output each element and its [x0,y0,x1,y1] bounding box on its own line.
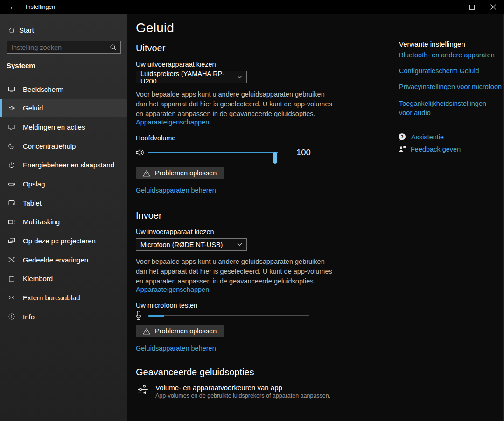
sidebar-item-meldingen[interactable]: Meldingen en acties [0,117,127,137]
sidebar-item-gedeelde-ervaringen[interactable]: Gedeelde ervaringen [0,250,127,269]
input-device-value: Microfoon (RØDE NT-USB) [140,241,223,248]
display-icon [8,85,15,93]
input-device-label: Uw invoerapparaat kiezen [136,228,214,235]
speaker-icon [135,147,145,158]
related-link-control-panel-sound[interactable]: Configuratiescherm Geluid [399,67,479,75]
volume-slider-row: 100 [135,146,331,159]
main-content: Geluid Uitvoer Uw uitvoerapparaat kiezen… [127,14,504,421]
sidebar-item-label: Multitasking [23,218,60,226]
output-device-value: Luidsprekers (YAMAHA RP-U200... [140,70,237,85]
sidebar-item-label: Beeldscherm [23,85,64,93]
volume-slider-fill [148,152,278,153]
related-link-bluetooth[interactable]: Bluetooth- en andere apparaten [399,51,495,59]
tablet-icon [8,199,15,207]
window-controls [440,0,504,14]
clipboard-icon [8,275,15,283]
multitasking-icon [8,218,15,226]
sidebar-item-label: Energiebeheer en slaapstand [23,161,114,169]
input-device-properties-link[interactable]: Apparaateigenschappen [136,286,209,293]
sidebar-item-label: Extern bureaublad [23,294,80,302]
sidebar-item-label: Opslag [23,180,45,188]
mic-test-meter [148,315,309,316]
volume-value: 100 [296,147,311,158]
focus-assist-icon [8,142,15,150]
sidebar-section-header: Systeem [7,62,35,69]
get-help-label: Assistentie [411,133,444,141]
volume-slider-thumb[interactable] [273,152,277,164]
home-icon [8,26,15,34]
sidebar-item-concentratiehulp[interactable]: Concentratiehulp [0,137,127,156]
output-device-properties-link[interactable]: Apparaateigenschappen [136,118,209,126]
sidebar-item-start[interactable]: Start [0,21,127,38]
output-manage-devices-link[interactable]: Geluidsapparaten beheren [136,186,216,194]
search-box[interactable] [7,41,121,54]
related-link-mic-privacy[interactable]: Privacyinstellingen voor microfoon [399,83,502,90]
related-link-ease-of-access-audio[interactable]: Toegankelijkheidsinstellingen voor audio [399,99,495,117]
search-input[interactable] [7,44,110,51]
input-manage-devices-link[interactable]: Geluidsapparaten beheren [136,345,216,352]
button-label: Problemen oplossen [155,169,217,177]
microphone-icon [135,311,142,321]
sidebar-item-info[interactable]: Info [0,307,127,326]
sidebar-item-label: Geluid [23,104,43,112]
close-icon [490,4,496,10]
app-volume-preferences-title: Volume- en apparaatvoorkeuren van app [155,384,330,392]
sidebar-item-projecteren[interactable]: Op deze pc projecteren [0,231,127,250]
get-help-link[interactable]: ? Assistentie [398,133,444,141]
mic-test-row [134,311,330,322]
sidebar-item-tablet[interactable]: Tablet [0,193,127,213]
chevron-down-icon [237,243,242,246]
give-feedback-link[interactable]: Feedback geven [399,145,461,153]
remote-desktop-icon [8,294,15,301]
input-section-heading: Invoer [136,210,162,221]
sidebar-item-multitasking[interactable]: Multitasking [0,212,127,231]
sidebar-item-label: Start [19,26,34,34]
mic-test-meter-fill [148,315,164,317]
project-icon [8,237,15,244]
storage-icon [8,180,15,188]
back-button[interactable]: ← [4,0,22,14]
output-troubleshoot-button[interactable]: Problemen oplossen [136,167,224,179]
sidebar-item-geluid[interactable]: Geluid [0,99,127,118]
info-icon [8,313,15,320]
svg-text:?: ? [401,134,404,139]
sidebar-item-label: Tablet [23,199,42,207]
sidebar-item-extern-bureaublad[interactable]: Extern bureaublad [0,288,127,307]
app-title: Instellingen [26,0,55,14]
sidebar-item-energiebeheer[interactable]: Energiebeheer en slaapstand [0,156,127,175]
sidebar-item-beeldscherm[interactable]: Beeldscherm [0,80,127,99]
minimize-icon [448,5,453,10]
close-button[interactable] [483,0,504,14]
input-device-dropdown[interactable]: Microfoon (RØDE NT-USB) [136,238,247,251]
master-volume-label: Hoofdvolume [136,134,175,142]
shared-experiences-icon [8,256,15,263]
maximize-button[interactable] [461,0,483,14]
volume-slider[interactable] [148,152,278,153]
warning-icon [143,328,150,335]
back-arrow-icon: ← [9,3,17,11]
app-volume-preferences-item[interactable]: Volume- en apparaatvoorkeuren van app Ap… [137,384,330,399]
notifications-icon [8,124,15,131]
sidebar-item-label: Op deze pc projecteren [23,237,96,245]
output-description: Voor bepaalde apps kunt u andere geluids… [136,90,336,119]
sidebar-item-klembord[interactable]: Klembord [0,269,127,288]
chevron-down-icon [237,76,242,79]
search-icon[interactable] [110,44,117,51]
titlebar: ← Instellingen [0,0,504,14]
sidebar-item-label: Concentratiehulp [23,142,76,150]
minimize-button[interactable] [440,0,461,14]
app-volume-preferences-subtitle: App-volumes en de gebruikte luidsprekers… [155,393,330,399]
page-title: Geluid [136,21,174,35]
advanced-section-heading: Geavanceerde geluidsopties [136,367,254,378]
sidebar-item-label: Meldingen en acties [23,123,85,131]
output-device-dropdown[interactable]: Luidsprekers (YAMAHA RP-U200... [136,71,247,83]
sidebar-nav: Beeldscherm Geluid Meldingen en acties C… [0,80,127,326]
give-feedback-label: Feedback geven [411,145,461,153]
warning-icon [143,170,150,177]
sidebar: Start Systeem Beeldscherm Geluid Melding… [0,14,127,421]
input-troubleshoot-button[interactable]: Problemen oplossen [136,325,224,337]
sound-icon [8,104,15,112]
output-section-heading: Uitvoer [136,43,165,54]
sidebar-item-opslag[interactable]: Opslag [0,174,127,193]
sidebar-item-label: Klembord [23,275,53,283]
